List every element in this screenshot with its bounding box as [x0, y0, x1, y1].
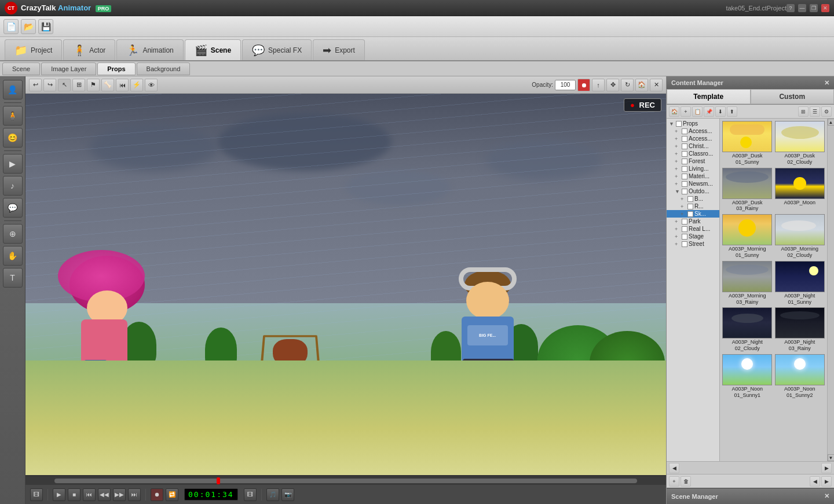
left-actor-button[interactable]: 👤	[3, 80, 23, 100]
home-button[interactable]: 🏠	[635, 79, 648, 91]
tree-item-real-l[interactable]: + Real L...	[667, 225, 719, 233]
rewind-button[interactable]: ⏮	[83, 488, 96, 501]
forward-button[interactable]: ▶▶	[113, 488, 126, 501]
undo-button[interactable]: ↩	[29, 79, 42, 91]
sub-tab-background[interactable]: Background	[137, 62, 191, 75]
checkbox-classro[interactable]	[682, 151, 687, 157]
maximize-button[interactable]: ❐	[810, 4, 818, 12]
rotate-button[interactable]: ↻	[621, 79, 634, 91]
left-music-button[interactable]: ♪	[3, 176, 23, 196]
cm-bottom-btn-4[interactable]: ▶	[821, 476, 832, 487]
tab-scene[interactable]: 🎬 Scene	[185, 39, 241, 60]
eye-button[interactable]: 👁	[145, 79, 158, 91]
sub-tab-image-layer[interactable]: Image Layer	[41, 62, 96, 75]
action-button[interactable]: ⚡	[130, 79, 143, 91]
frame-button[interactable]: 🎞	[244, 488, 257, 501]
play-button[interactable]: ▶	[53, 488, 65, 501]
thumb-a003p-night-01[interactable]: A003P_Night01_Sunny	[775, 261, 825, 306]
opacity-input[interactable]	[555, 80, 576, 90]
tree-item-park[interactable]: + Park	[667, 218, 719, 225]
new-button[interactable]: 📄	[3, 19, 19, 34]
cm-list-view-button[interactable]: ☰	[810, 106, 820, 117]
left-face-button[interactable]: 😊	[3, 128, 23, 148]
audio-button[interactable]: 🎵	[266, 488, 279, 501]
camera-button[interactable]: 📷	[281, 488, 294, 501]
cm-copy-button[interactable]: 📋	[692, 106, 703, 117]
cm-bottom-btn-1[interactable]: +	[669, 476, 679, 487]
cm-import-button[interactable]: ⬇	[715, 106, 726, 117]
left-body-button[interactable]: 🧍	[3, 106, 23, 126]
move-up-button[interactable]: ↑	[592, 79, 605, 91]
tree-item-newsm[interactable]: + Newsm...	[667, 180, 719, 187]
checkbox-street[interactable]	[682, 241, 687, 247]
cm-bottom-btn-3[interactable]: ◀	[810, 476, 820, 487]
thumb-a003p-dusk-02[interactable]: A003P_Dusk02_Cloudy	[775, 121, 825, 165]
tree-item-materi[interactable]: + Materi...	[667, 172, 719, 180]
transform-button[interactable]: ⊞	[72, 79, 85, 91]
minimize-button[interactable]: —	[798, 4, 806, 12]
tree-item-outdoo[interactable]: ▼ Outdo...	[667, 187, 719, 195]
tree-item-access2[interactable]: + Access...	[667, 135, 719, 142]
tree-item-christ[interactable]: + Christ...	[667, 142, 719, 150]
left-transform-button[interactable]: ⊕	[3, 224, 23, 244]
tree-item-access1[interactable]: + Access...	[667, 127, 719, 135]
left-text-button[interactable]: T	[3, 268, 23, 288]
checkbox-park[interactable]	[682, 219, 687, 225]
tree-item-r[interactable]: + R...	[667, 203, 719, 210]
record-button[interactable]: ⏺	[151, 488, 163, 501]
content-manager-close[interactable]: ✕	[824, 79, 829, 87]
stop-button[interactable]: ■	[68, 488, 81, 501]
select-button[interactable]: ↖	[58, 79, 71, 91]
checkbox-access2[interactable]	[682, 136, 687, 142]
cm-tab-template[interactable]: Template	[667, 89, 751, 104]
cm-grid-view-button[interactable]: ⊞	[798, 106, 809, 117]
tab-animation[interactable]: 🏃 Animation	[116, 39, 183, 60]
cm-export-button[interactable]: ⬆	[727, 106, 737, 117]
open-button[interactable]: 📂	[21, 19, 36, 34]
help-button[interactable]: ?	[787, 4, 795, 12]
thumb-a003p-dusk-01[interactable]: A003P_Dusk01_Sunny	[722, 121, 773, 165]
checkbox-stage[interactable]	[682, 234, 687, 240]
cm-nav-back-button[interactable]: ◀	[669, 463, 679, 473]
checkbox-access1[interactable]	[682, 128, 687, 134]
cm-paste-button[interactable]: 📌	[704, 106, 714, 117]
thumb-a003p-morning-03[interactable]: A003P_Morning03_Rainy	[722, 261, 773, 306]
checkbox-b[interactable]	[687, 196, 693, 202]
sub-tab-scene[interactable]: Scene	[2, 62, 40, 75]
close-button[interactable]: ✕	[821, 4, 829, 12]
cm-bottom-btn-2[interactable]: 🗑	[681, 476, 691, 487]
thumb-a003p-morning-02[interactable]: A003P_Morning02_Cloudy	[775, 214, 825, 259]
checkbox-living[interactable]	[682, 166, 687, 172]
sub-tab-props[interactable]: Props	[97, 62, 135, 75]
tree-item-living[interactable]: + Living...	[667, 165, 719, 172]
pick-button[interactable]: ⚑	[87, 79, 100, 91]
checkbox-sky[interactable]	[687, 211, 693, 217]
save-button[interactable]: 💾	[38, 19, 53, 34]
tree-item-stage[interactable]: + Stage	[667, 233, 719, 240]
tree-item-sky[interactable]: + Sk...	[667, 210, 719, 218]
scene-manager-close[interactable]: ✕	[824, 492, 829, 500]
tab-project[interactable]: 📁 Project	[5, 39, 62, 60]
scroll-up-arrow[interactable]: ▲	[828, 119, 835, 126]
thumb-a003p-moon[interactable]: A003P_Moon	[775, 168, 825, 212]
thumb-a003p-night-03[interactable]: A003P_Night03_Rainy	[775, 307, 825, 352]
film-strip-button[interactable]: 🎞	[30, 488, 43, 501]
checkbox-forest[interactable]	[682, 159, 687, 164]
cm-tab-custom[interactable]: Custom	[751, 89, 835, 104]
end-button[interactable]: ⏭	[128, 488, 141, 501]
timeline-scrubber[interactable]	[25, 476, 666, 485]
scrubber-thumb[interactable]	[217, 477, 220, 484]
tree-item-b[interactable]: + B...	[667, 195, 719, 203]
tree-item-street[interactable]: + Street	[667, 240, 719, 248]
tab-special-fx[interactable]: 💬 Special FX	[242, 39, 312, 60]
redo-button[interactable]: ↪	[43, 79, 56, 91]
left-puppet-button[interactable]: ✋	[3, 246, 23, 266]
checkbox-christ[interactable]	[682, 144, 687, 149]
thumb-a003p-noon-01[interactable]: A003P_Noon01_Sunny1	[722, 354, 773, 399]
checkbox-r[interactable]	[687, 204, 693, 209]
checkbox-materi[interactable]	[682, 174, 687, 179]
thumbnails-panel[interactable]: A003P_Dusk01_Sunny A003P_Dusk02_Cloudy A…	[720, 119, 827, 461]
cm-add-button[interactable]: +	[681, 106, 691, 117]
left-speech-button[interactable]: 💬	[3, 198, 23, 218]
prev-frame-button[interactable]: ⏮	[116, 79, 129, 91]
